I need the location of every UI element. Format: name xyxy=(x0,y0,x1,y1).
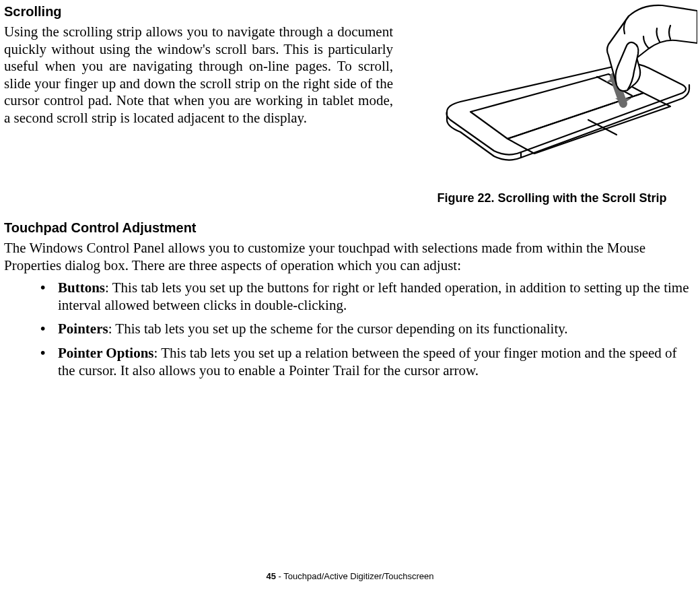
touchpad-intro: The Windows Control Panel allows you to … xyxy=(4,240,696,274)
figure-caption: Figure 22. Scrolling with the Scroll Str… xyxy=(407,191,697,205)
figure-caption-title: Scrolling with the Scroll Strip xyxy=(498,191,667,205)
scrolling-section: Scrolling Using the scrolling strip allo… xyxy=(3,4,697,205)
bullet-label: Buttons xyxy=(58,279,105,296)
document-page: Scrolling Using the scrolling strip allo… xyxy=(0,0,700,592)
bullet-item: Pointer Options: This tab lets you set u… xyxy=(40,345,696,379)
figure-caption-prefix: Figure 22. xyxy=(437,191,497,205)
scrolling-body: Using the scrolling strip allows you to … xyxy=(4,24,393,127)
touchpad-bullet-list: Buttons: This tab lets you set up the bu… xyxy=(4,279,696,379)
bullet-label: Pointers xyxy=(58,321,108,337)
bullet-item: Pointers: This tab lets you set up the s… xyxy=(40,321,696,338)
footer-separator: - xyxy=(276,571,283,581)
scrolling-text-column: Scrolling Using the scrolling strip allo… xyxy=(3,4,393,127)
bullet-item: Buttons: This tab lets you set up the bu… xyxy=(40,279,696,314)
touchpad-heading: Touchpad Control Adjustment xyxy=(4,220,696,236)
footer-title: Touchpad/Active Digitizer/Touchscreen xyxy=(283,571,433,581)
touchpad-scroll-illustration xyxy=(407,4,697,179)
touchpad-section: Touchpad Control Adjustment The Windows … xyxy=(3,220,697,379)
page-number: 45 xyxy=(266,571,275,581)
figure-column: Figure 22. Scrolling with the Scroll Str… xyxy=(407,4,697,205)
bullet-label: Pointer Options xyxy=(58,345,154,361)
page-footer: 45 - Touchpad/Active Digitizer/Touchscre… xyxy=(0,571,700,581)
scrolling-heading: Scrolling xyxy=(4,4,393,20)
bullet-text: : This tab lets you set up the scheme fo… xyxy=(108,321,568,337)
bullet-text: : This tab lets you set up the buttons f… xyxy=(58,279,689,313)
